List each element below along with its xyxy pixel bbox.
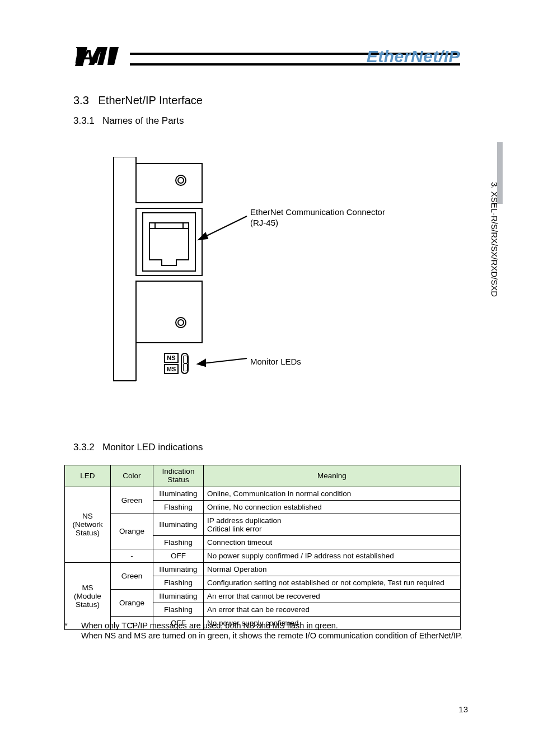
cell-meaning: An error that can be recovered xyxy=(204,603,461,616)
cell-color: Orange xyxy=(111,514,153,549)
table-row: Orange Illuminating IP address duplicati… xyxy=(65,514,461,535)
cell-led-ns: NS (Network Status) xyxy=(65,487,111,562)
cell-status: Illuminating xyxy=(153,514,204,535)
cell-status: Illuminating xyxy=(153,562,204,576)
led-table: LED Color Indication Status Meaning NS (… xyxy=(64,465,461,630)
th-status: Indication Status xyxy=(153,465,204,487)
cell-status: Flashing xyxy=(153,500,204,514)
footnote-line1: When only TCP/IP messages are used, both… xyxy=(81,621,338,630)
section-number: 3.3 xyxy=(73,94,89,106)
subsection-heading-parts: 3.3.1 Names of the Parts xyxy=(73,115,184,127)
footnote-star: * xyxy=(64,620,81,631)
th-meaning: Meaning xyxy=(204,465,461,487)
th-led: LED xyxy=(65,465,111,487)
cell-status: Flashing xyxy=(153,603,204,616)
cell-color: Green xyxy=(111,562,153,589)
cell-status: Illuminating xyxy=(153,589,204,603)
cell-color: Orange xyxy=(111,589,153,616)
ms-led-label-box: MS xyxy=(164,364,179,374)
svg-marker-16 xyxy=(199,233,208,240)
cell-meaning: Configuration setting not established or… xyxy=(204,576,461,589)
led-icon xyxy=(181,353,189,374)
side-section-text: 3. XSEL-R/S/RX/SX/RXD/SXD xyxy=(490,182,499,297)
connector-label: EtherNet Communication Connector (RJ-45) xyxy=(250,207,385,228)
subsection-number: 3.3.1 xyxy=(73,115,95,126)
cell-meaning: IP address duplication Critical link err… xyxy=(204,514,461,535)
parts-diagram: NS MS xyxy=(108,157,371,392)
table-row: MS (Module Status) Green Illuminating No… xyxy=(65,562,461,576)
connector-label-line1: EtherNet Communication Connector xyxy=(250,207,385,217)
monitor-leds-label: Monitor LEDs xyxy=(250,357,301,366)
cell-color: Green xyxy=(111,487,153,514)
led-table-wrap: LED Color Indication Status Meaning NS (… xyxy=(64,465,461,630)
cell-status: OFF xyxy=(153,549,204,562)
cell-meaning: Online, Communication in normal conditio… xyxy=(204,487,461,500)
page: IAI EtherNet/IP 3.3 EtherNet/IP Interfac… xyxy=(0,0,534,756)
page-number: 13 xyxy=(458,704,468,714)
cell-meaning: No power supply confirmed / IP address n… xyxy=(204,549,461,562)
subsection-heading-leds: 3.3.2 Monitor LED indications xyxy=(73,442,203,453)
subsection-title: Monitor LED indications xyxy=(102,442,203,452)
cell-status: Flashing xyxy=(153,576,204,589)
table-row: Orange Illuminating An error that cannot… xyxy=(65,589,461,603)
ns-led-label-box: NS xyxy=(164,353,179,363)
cell-status: Flashing xyxy=(153,535,204,549)
subsection-title: Names of the Parts xyxy=(102,115,184,126)
section-title: EtherNet/IP Interface xyxy=(98,94,202,106)
footnote: *When only TCP/IP messages are used, bot… xyxy=(64,620,465,641)
cell-meaning: Normal Operation xyxy=(204,562,461,576)
footnote-line2: When NS and MS are turned on in green, i… xyxy=(64,631,465,641)
cell-meaning: Connection timeout xyxy=(204,535,461,549)
table-row: NS (Network Status) Green Illuminating O… xyxy=(65,487,461,500)
cell-meaning: Online, No connection established xyxy=(204,500,461,514)
section-heading: 3.3 EtherNet/IP Interface xyxy=(73,94,203,107)
cell-meaning: An error that cannot be recovered xyxy=(204,589,461,603)
brand-title: EtherNet/IP xyxy=(367,47,460,66)
cell-status: Illuminating xyxy=(153,487,204,500)
connector-label-line2: (RJ-45) xyxy=(250,218,278,227)
cell-color: - xyxy=(111,549,153,562)
th-color: Color xyxy=(111,465,153,487)
svg-marker-18 xyxy=(198,360,205,366)
table-row: - OFF No power supply confirmed / IP add… xyxy=(65,549,461,562)
svg-text:IAI: IAI xyxy=(75,46,100,67)
table-header-row: LED Color Indication Status Meaning xyxy=(65,465,461,487)
iai-logo: IAI xyxy=(75,46,131,67)
subsection-number: 3.3.2 xyxy=(73,442,95,452)
cell-led-ms: MS (Module Status) xyxy=(65,562,111,629)
